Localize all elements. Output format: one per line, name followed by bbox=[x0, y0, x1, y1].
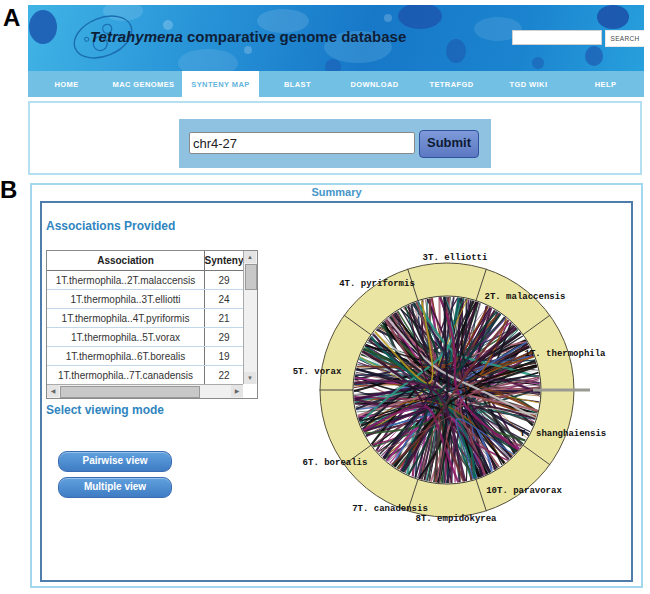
association-cell: 1T.thermophila..2T.malaccensis bbox=[47, 271, 205, 289]
synteny-cell: 21 bbox=[205, 309, 243, 327]
ring-label-1t-thermophila: 1T. thermophila bbox=[524, 349, 606, 359]
nav-tab-blast[interactable]: BLAST bbox=[259, 71, 336, 97]
submit-button[interactable]: Submit bbox=[419, 130, 479, 158]
column-header-synteny: Synteny bbox=[205, 251, 243, 270]
synteny-cell: 29 bbox=[205, 328, 243, 346]
synteny-query-panel: Submit bbox=[28, 101, 642, 175]
association-cell: 1T.thermophila..4T.pyriformis bbox=[47, 309, 205, 327]
ring-label-8t-empidokyrea: 8T. empidokyrea bbox=[415, 514, 497, 524]
synteny-circle-plot: 1T. thermophila2T. malaccensis3T. elliot… bbox=[290, 246, 630, 546]
viewing-mode-heading: Select viewing mode bbox=[46, 403, 164, 417]
ring-label-3t-elliotti: 3T. elliotti bbox=[423, 253, 488, 263]
column-header-association: Association bbox=[47, 251, 205, 270]
site-title-rest: comparative genome database bbox=[183, 28, 406, 45]
table-row[interactable]: 1T.thermophila..7T.canadensis22 bbox=[47, 366, 243, 385]
scroll-right-arrow-icon[interactable]: ▶ bbox=[231, 385, 243, 397]
figure: A Tetrah bbox=[0, 0, 650, 594]
table-row[interactable]: 1T.thermophila..5T.vorax29 bbox=[47, 328, 243, 347]
panel-a-label: A bbox=[3, 6, 20, 30]
query-box: Submit bbox=[179, 119, 491, 168]
nav-tab-download[interactable]: DOWNLOAD bbox=[336, 71, 413, 97]
association-cell: 1T.thermophila..6T.borealis bbox=[47, 347, 205, 365]
synteny-cell: 22 bbox=[205, 366, 243, 384]
pairwise-view-button[interactable]: Pairwise view bbox=[58, 451, 172, 472]
association-cell: 1T.thermophila..3T.elliotti bbox=[47, 290, 205, 308]
associations-heading: Associations Provided bbox=[46, 219, 175, 233]
ring-label-6t-borealis: 6T. borealis bbox=[303, 458, 368, 468]
nav-tab-synteny-map[interactable]: SYNTENY MAP bbox=[182, 71, 259, 97]
scroll-left-arrow-icon[interactable]: ◀ bbox=[47, 385, 59, 397]
summary-content: Associations Provided Association Synten… bbox=[40, 201, 633, 582]
scroll-up-arrow-icon[interactable]: ▲ bbox=[244, 251, 256, 263]
ring-label-10t-paravorax: 10T. paravorax bbox=[486, 486, 562, 496]
ring-label-t-shanghaiensis: T. shanghaiensis bbox=[520, 429, 606, 439]
synteny-cell: 19 bbox=[205, 347, 243, 365]
scroll-down-arrow-icon[interactable]: ▼ bbox=[244, 372, 256, 384]
chromosome-query-input[interactable] bbox=[189, 132, 415, 154]
table-row[interactable]: 1T.thermophila..6T.borealis19 bbox=[47, 347, 243, 366]
nav-tab-help[interactable]: HELP bbox=[567, 71, 644, 97]
ring-label-5t-vorax: 5T. vorax bbox=[293, 367, 342, 377]
ring-label-2t-malaccensis: 2T. malaccensis bbox=[484, 292, 565, 302]
association-cell: 1T.thermophila..5T.vorax bbox=[47, 328, 205, 346]
table-row[interactable]: 1T.thermophila..3T.elliotti24 bbox=[47, 290, 243, 309]
vertical-scrollbar-thumb[interactable] bbox=[245, 264, 257, 290]
association-cell: 1T.thermophila..7T.canadensis bbox=[47, 366, 205, 384]
header-search-input[interactable] bbox=[512, 30, 602, 45]
table-row[interactable]: 1T.thermophila..2T.malaccensis29 bbox=[47, 271, 243, 290]
table-header-row: Association Synteny bbox=[47, 251, 243, 271]
summary-title: Summary bbox=[32, 186, 641, 198]
table-body: 1T.thermophila..2T.malaccensis29 1T.ther… bbox=[47, 271, 243, 385]
nav-tab-tgd-wiki[interactable]: TGD WIKI bbox=[490, 71, 567, 97]
site-title-italic: Tetrahymena bbox=[90, 28, 183, 45]
ring-label-7t-canadensis: 7T. canadensis bbox=[352, 504, 428, 514]
site-title: Tetrahymena comparative genome database bbox=[90, 28, 406, 45]
ring-label-4t-pyriformis: 4T. pyriformis bbox=[339, 279, 415, 289]
synteny-cell: 29 bbox=[205, 271, 243, 289]
vertical-scrollbar[interactable]: ▲ ▼ bbox=[243, 251, 257, 384]
header-search-button[interactable]: SEARCH bbox=[605, 30, 644, 47]
horizontal-scrollbar-thumb[interactable] bbox=[60, 386, 200, 398]
panel-b-label: B bbox=[0, 178, 17, 202]
main-nav: HOME MAC GENOMES SYNTENY MAP BLAST DOWNL… bbox=[28, 71, 644, 97]
multiple-view-button[interactable]: Multiple view bbox=[58, 477, 172, 498]
site-header: Tetrahymena comparative genome database … bbox=[28, 5, 644, 71]
nav-tab-home[interactable]: HOME bbox=[28, 71, 105, 97]
synteny-cell: 24 bbox=[205, 290, 243, 308]
nav-tab-mac-genomes[interactable]: MAC GENOMES bbox=[105, 71, 182, 97]
table-row[interactable]: 1T.thermophila..4T.pyriformis21 bbox=[47, 309, 243, 328]
summary-panel: Summary Associations Provided Associatio… bbox=[30, 183, 643, 588]
associations-table: Association Synteny 1T.thermophila..2T.m… bbox=[46, 250, 258, 399]
nav-tab-tetrafgd[interactable]: TETRAFGD bbox=[413, 71, 490, 97]
horizontal-scrollbar[interactable]: ◀ ▶ bbox=[47, 384, 243, 398]
chords-group bbox=[354, 297, 540, 483]
